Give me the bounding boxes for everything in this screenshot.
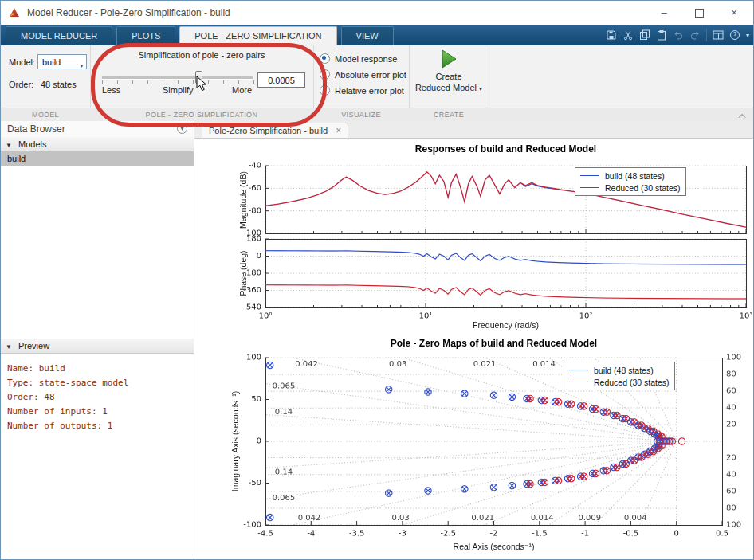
radio-absolute-error[interactable]: Absolute error plot — [320, 69, 406, 80]
pzmap-title: Pole - Zero Maps of build and Reduced Mo… — [265, 338, 722, 349]
data-browser-title: Data Browser — [7, 123, 65, 135]
reduced-line-swatch — [569, 382, 588, 382]
section-label-model: MODEL — [1, 111, 90, 119]
legend-entry-build: build (48 states) — [569, 364, 670, 376]
simplification-title: Simplification of pole - zero pairs — [95, 50, 308, 60]
radio-selected-icon — [320, 53, 330, 64]
radio-absolute-error-label: Absolute error plot — [335, 70, 406, 80]
toolbar-caret-icon[interactable]: ▾ — [746, 32, 749, 39]
legend-label: Reduced (30 states) — [605, 183, 681, 193]
tab-model-reducer[interactable]: MODEL REDUCER — [6, 26, 112, 45]
cut-icon[interactable] — [622, 29, 634, 41]
data-browser-header: Data Browser ▾ — [1, 121, 194, 138]
preview-header-label: Preview — [18, 341, 49, 350]
save-icon[interactable] — [606, 29, 617, 41]
section-label-visualize: VISUALIZE — [313, 111, 409, 119]
legend-label: build (48 states) — [605, 171, 665, 181]
frequency-axis-label: Frequency (rad/s) — [265, 320, 746, 330]
slider-simplify-label: Simplify — [163, 85, 194, 95]
preview-line: Number of outputs: 1 — [7, 419, 187, 433]
radio-icon — [320, 85, 330, 96]
tab-pole-zero-simplification[interactable]: POLE - ZERO SIMPLIFICATION — [179, 26, 336, 46]
help-icon[interactable]: ? — [729, 29, 740, 41]
imaginary-axis-label: Imaginary Axis (seconds⁻¹) — [230, 391, 240, 491]
legend-entry-build: build (48 states) — [580, 170, 681, 182]
legend-entry-reduced: Reduced (30 states) — [569, 376, 670, 388]
chevron-down-icon: ▼ — [79, 59, 84, 73]
slider-more-label: More — [232, 85, 252, 95]
svg-text:?: ? — [733, 32, 736, 39]
build-line-swatch — [569, 370, 588, 370]
expander-down-icon: ▼ — [6, 142, 12, 149]
matlab-app-icon — [8, 6, 21, 19]
slider-less-label: Less — [102, 85, 120, 95]
maximize-icon — [695, 9, 704, 18]
order-value: 48 states — [41, 80, 77, 89]
expander-down-icon: ▼ — [6, 343, 12, 350]
close-icon[interactable]: × — [336, 126, 341, 135]
data-browser-panel: Data Browser ▾ ▼ Models build ▼ Preview … — [1, 121, 194, 559]
pzmap-legend: build (48 states) Reduced (30 states) — [564, 362, 675, 390]
close-button[interactable]: × — [717, 1, 752, 25]
models-section-header[interactable]: ▼ Models — [1, 137, 194, 152]
section-label-pzsimplification: POLE - ZERO SIMPLIFICATION — [90, 111, 313, 119]
undo-icon[interactable] — [673, 29, 684, 41]
tab-view[interactable]: VIEW — [341, 26, 394, 45]
radio-model-response[interactable]: Model response — [320, 53, 397, 64]
window-title: Model Reducer - Pole-Zero Simplification… — [27, 7, 230, 18]
tab-plots[interactable]: PLOTS — [116, 26, 175, 45]
legend-label: Reduced (30 states) — [594, 378, 670, 387]
legend-entry-reduced: Reduced (30 states) — [580, 182, 681, 194]
preview-line: Number of inputs: 1 — [7, 405, 187, 419]
ribbon-tab-bar: MODEL REDUCER PLOTS POLE - ZERO SIMPLIFI… — [1, 25, 753, 45]
copy-icon[interactable] — [639, 29, 650, 41]
title-bar: Model Reducer - Pole-Zero Simplification… — [1, 1, 753, 25]
toolbar-separator — [706, 29, 707, 41]
section-label-create: CREATE — [409, 111, 489, 119]
chevron-down-icon: ▾ — [479, 85, 482, 92]
app-window: Model Reducer - Pole-Zero Simplification… — [0, 0, 754, 560]
simplify-slider-thumb[interactable] — [195, 71, 202, 84]
simplify-slider-track[interactable] — [102, 76, 253, 80]
magnitude-axis-label: Magnitude (dB) — [238, 171, 248, 229]
bode-title: Responses of build and Reduced Model — [265, 143, 746, 155]
phase-axis-label: Phase (deg) — [238, 250, 248, 296]
preview-line: Type: state-space model — [7, 376, 187, 390]
models-header-label: Models — [18, 139, 46, 149]
document-area: Pole-Zero Simplification - build × Respo… — [194, 121, 753, 559]
document-tab-bar: Pole-Zero Simplification - build × — [194, 121, 753, 139]
paste-icon[interactable] — [656, 29, 667, 41]
tolerance-input[interactable] — [257, 72, 305, 88]
play-icon — [439, 49, 458, 69]
build-line-swatch — [580, 175, 599, 176]
minimize-button[interactable]: – — [646, 1, 681, 25]
document-tab-label: Pole-Zero Simplification - build — [209, 123, 328, 138]
redo-icon[interactable] — [689, 29, 701, 41]
create-button-line2[interactable]: Reduced Model ▾ — [409, 83, 489, 92]
model-select[interactable]: build ▼ — [37, 54, 87, 69]
model-preview: Name: build Type: state-space model Orde… — [1, 354, 194, 559]
figure-area: Responses of build and Reduced Model Mag… — [198, 139, 752, 558]
document-tab[interactable]: Pole-Zero Simplification - build × — [202, 123, 348, 138]
bode-legend: build (48 states) Reduced (30 states) — [575, 167, 686, 196]
simplify-slider-ticks — [102, 80, 254, 84]
real-axis-label: Real Axis (seconds⁻¹) — [265, 542, 722, 551]
legend-label: build (48 states) — [594, 366, 654, 375]
model-select-value: build — [42, 57, 61, 67]
model-label: Model: — [9, 57, 35, 67]
create-reduced-model-button[interactable] — [409, 49, 489, 72]
radio-model-response-label: Model response — [335, 54, 397, 64]
radio-icon — [320, 69, 330, 80]
reduced-line-swatch — [580, 187, 599, 188]
radio-relative-error-label: Relative error plot — [335, 86, 404, 96]
radio-relative-error[interactable]: Relative error plot — [320, 85, 404, 96]
preview-section-header[interactable]: ▼ Preview — [1, 339, 194, 354]
maximize-button[interactable] — [681, 1, 717, 25]
model-list-item-build[interactable]: build — [1, 151, 194, 166]
layout-icon[interactable] — [713, 29, 724, 41]
preview-line: Order: 48 — [7, 390, 187, 405]
data-browser-menu-icon[interactable]: ▾ — [177, 123, 187, 134]
order-label: Order: — [9, 80, 33, 89]
create-button-line2-text: Reduced Model — [415, 83, 477, 92]
create-button-line1[interactable]: Create — [409, 72, 489, 81]
